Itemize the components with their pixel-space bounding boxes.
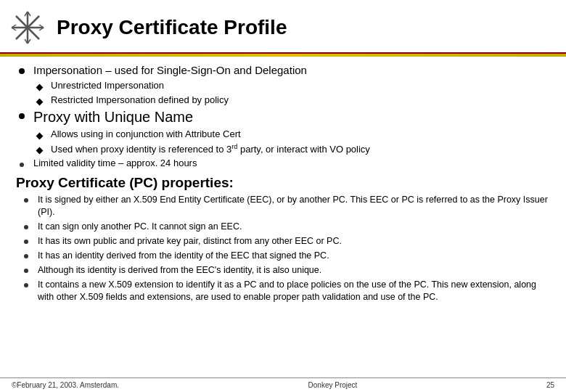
sub-dot-2	[33, 96, 45, 107]
pc-item-2: It has its own public and private key pa…	[20, 235, 550, 248]
main-content: Impersonation – used for Single-Sign-On …	[0, 57, 566, 310]
impersonation-sub-list: Unrestricted Impersonation Restricted Im…	[33, 80, 550, 107]
sub-used-text: Used when proxy identity is referenced t…	[51, 143, 370, 155]
pc-text-0: It is signed by either an X.509 End Enti…	[38, 194, 550, 219]
bullet-impersonation-text: Impersonation – used for Single-Sign-On …	[33, 64, 307, 76]
bullet-dot-2	[16, 110, 28, 122]
sub-dot-4	[33, 144, 45, 156]
pc-item-5: It contains a new X.509 extension to ide…	[20, 279, 550, 303]
sub-unrestricted: Unrestricted Impersonation	[33, 80, 550, 93]
footer-center: Donkey Project	[308, 381, 358, 389]
pc-item-1: It can sign only another PC. It cannot s…	[20, 221, 550, 233]
slide: Proxy Certificate Profile Impersonation …	[0, 0, 566, 392]
sub-dot-3	[33, 130, 45, 142]
footer-right: 25	[546, 381, 554, 389]
pc-properties-list: It is signed by either an X.509 End Enti…	[20, 194, 550, 303]
bullet-validity-text: Limited validity time – approx. 24 hours	[33, 158, 197, 168]
page-title: Proxy Certificate Profile	[57, 16, 287, 39]
pc-dot-4	[20, 265, 32, 277]
bullet-dot-1	[16, 65, 28, 77]
sub-allows-using: Allows using in conjunction with Attribu…	[33, 128, 550, 142]
pc-text-1: It can sign only another PC. It cannot s…	[38, 221, 242, 233]
slide-header: Proxy Certificate Profile	[0, 0, 566, 54]
pc-item-4: Although its identity is derived from th…	[20, 264, 550, 277]
proxy-unique-sub-list: Allows using in conjunction with Attribu…	[33, 128, 550, 156]
sub-dot-1	[33, 81, 45, 93]
pc-dot-3	[20, 250, 32, 262]
pc-item-0: It is signed by either an X.509 End Enti…	[20, 194, 550, 219]
pc-dot-5	[20, 279, 32, 291]
bullet-dot-3	[16, 159, 28, 171]
bullet-proxy-unique-text: Proxy with Unique Name	[33, 109, 193, 126]
pc-item-3: It has an identity derived from the iden…	[20, 250, 550, 262]
sub-unrestricted-text: Unrestricted Impersonation	[51, 80, 164, 91]
sub-restricted-text: Restricted Impersonation defined by poli…	[51, 94, 229, 105]
slide-footer: ©February 21, 2003. Amsterdam. Donkey Pr…	[0, 377, 566, 392]
bullet-impersonation: Impersonation – used for Single-Sign-On …	[16, 64, 550, 77]
sub-used-when: Used when proxy identity is referenced t…	[33, 143, 550, 156]
sub-restricted: Restricted Impersonation defined by poli…	[33, 94, 550, 107]
pc-dot-1	[20, 221, 32, 233]
pc-text-3: It has an identity derived from the iden…	[38, 250, 329, 262]
pc-text-2: It has its own public and private key pa…	[38, 235, 342, 248]
main-bullet-list: Impersonation – used for Single-Sign-On …	[16, 64, 550, 171]
footer-left: ©February 21, 2003. Amsterdam.	[12, 381, 119, 389]
pc-dot-0	[20, 195, 32, 206]
bullet-proxy-unique: Proxy with Unique Name	[16, 109, 550, 126]
section-title: Proxy Certificate (PC) properties:	[16, 175, 550, 191]
pc-text-5: It contains a new X.509 extension to ide…	[38, 279, 550, 303]
pc-dot-2	[20, 236, 32, 248]
sub-allows-text: Allows using in conjunction with Attribu…	[51, 128, 241, 139]
pc-text-4: Although its identity is derived from th…	[38, 264, 321, 277]
logo-icon	[9, 9, 46, 46]
bullet-validity: Limited validity time – approx. 24 hours	[16, 158, 550, 171]
